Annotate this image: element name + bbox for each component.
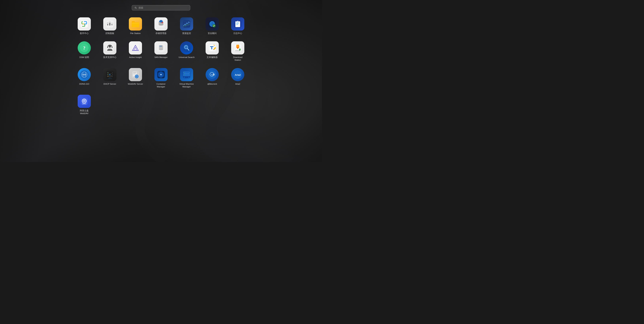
svg-text:WebDAV: WebDAV: [82, 103, 86, 104]
san-manager-icon: SAN: [154, 41, 168, 55]
apps-grid: S 套件中心: [70, 16, 252, 116]
text-editor-label: 文本编辑器: [207, 56, 218, 59]
webdav-server-icon: [129, 68, 142, 81]
app-vm-manager[interactable]: Virtual Machine Manager: [176, 67, 197, 90]
app-qbittorrent[interactable]: q B qBittorrent: [202, 67, 222, 90]
svg-text:?: ?: [83, 45, 86, 51]
log-center-label: 日志中心: [233, 32, 242, 35]
app-control-panel[interactable]: 控制面板: [100, 16, 120, 36]
ddns-go-icon: DDNS: [78, 68, 91, 81]
app-security-advisor[interactable]: 安全顾问: [202, 16, 222, 36]
security-advisor-icon: [206, 17, 219, 31]
aria2-label: Aria2: [236, 83, 240, 85]
storage-manager-icon: [154, 17, 168, 31]
svg-rect-39: [107, 47, 108, 48]
svg-rect-30: [236, 23, 239, 23]
search-icon: [134, 7, 137, 9]
svg-point-7: [107, 23, 108, 24]
control-panel-icon: [103, 17, 116, 31]
vm-manager-icon: [180, 68, 193, 81]
san-manager-label: SAN Manager: [154, 56, 168, 59]
dhcp-server-label: DHCP Server: [104, 83, 116, 85]
dsm-help-icon: ?: [78, 41, 91, 55]
app-aliyun-webdav[interactable]: WebDAV 阿里云盘 WebDAV: [74, 93, 94, 116]
svg-text:B: B: [213, 73, 214, 76]
app-download-station[interactable]: Download Station: [228, 40, 248, 63]
qbittorrent-icon: q B: [206, 68, 219, 81]
dsm-help-label: DSM 说明: [80, 56, 89, 59]
svg-rect-16: [183, 20, 190, 28]
app-universal-search[interactable]: Universal Search: [176, 40, 197, 63]
svg-text:DDNS: DDNS: [82, 74, 86, 75]
app-dsm-help[interactable]: ? DSM 说明: [74, 40, 94, 63]
security-advisor-label: 安全顾问: [208, 32, 216, 35]
storage-manager-label: 存储管理器: [156, 32, 166, 35]
support-center-label: 技术支持中心: [103, 56, 116, 59]
app-container-manager[interactable]: Container Manager: [151, 67, 171, 90]
webdav-server-label: WebDAV Server: [128, 83, 143, 85]
active-insight-icon: [129, 41, 142, 55]
file-station-icon: [129, 17, 142, 31]
svg-point-38: [108, 45, 111, 48]
svg-rect-68: [237, 45, 239, 47]
universal-search-icon: [180, 41, 193, 55]
aliyun-webdav-label: 阿里云盘 WebDAV: [76, 109, 92, 115]
app-webdav-server[interactable]: WebDAV Server: [125, 67, 146, 90]
aliyun-webdav-icon: WebDAV: [78, 95, 91, 108]
svg-rect-40: [112, 47, 112, 48]
search-input[interactable]: [138, 7, 188, 9]
svg-point-115: [184, 72, 184, 73]
file-station-label: File Station: [130, 32, 141, 35]
svg-point-85: [108, 76, 108, 77]
svg-point-15: [158, 24, 164, 26]
support-center-icon: [103, 41, 116, 55]
app-dhcp-server[interactable]: DHCP Server: [100, 67, 120, 90]
svg-text:SAN: SAN: [159, 46, 162, 47]
svg-point-88: [109, 74, 110, 75]
app-file-station[interactable]: File Station: [125, 16, 146, 36]
app-log-center[interactable]: 日志中心: [228, 16, 248, 36]
svg-rect-34: [237, 21, 239, 22]
app-active-insight[interactable]: Active Insight: [125, 40, 146, 63]
download-station-icon: [231, 41, 244, 55]
vm-manager-label: Virtual Machine Manager: [178, 83, 195, 88]
package-center-label: 套件中心: [80, 32, 89, 35]
search-bar[interactable]: [132, 5, 190, 11]
main-container: S 套件中心: [0, 0, 322, 162]
app-storage-manager[interactable]: 存储管理器: [151, 16, 171, 36]
svg-rect-32: [236, 25, 238, 25]
svg-point-131: [84, 100, 85, 102]
app-text-editor[interactable]: 文本编辑器: [202, 40, 222, 63]
svg-rect-71: [235, 51, 240, 51]
app-resource-monitor[interactable]: 资源监控: [176, 16, 197, 36]
log-center-icon: [231, 17, 244, 31]
container-manager-icon: [154, 68, 168, 81]
universal-search-label: Universal Search: [178, 56, 195, 59]
app-aria2[interactable]: Aria2 Aria2: [228, 67, 248, 90]
svg-point-116: [184, 75, 184, 75]
resource-monitor-label: 资源监控: [182, 32, 191, 35]
svg-rect-63: [212, 47, 212, 49]
app-support-center[interactable]: 技术支持中心: [100, 40, 120, 63]
svg-rect-29: [236, 22, 240, 27]
svg-text:Aria2: Aria2: [235, 74, 241, 76]
svg-rect-87: [109, 74, 112, 75]
svg-point-8: [109, 22, 110, 23]
svg-point-107: [160, 74, 162, 75]
svg-text:q: q: [211, 73, 213, 76]
active-insight-label: Active Insight: [129, 56, 142, 59]
download-station-label: Download Station: [230, 56, 246, 62]
svg-rect-62: [210, 46, 214, 47]
svg-point-53: [159, 49, 163, 50]
dhcp-server-icon: [103, 68, 116, 81]
container-manager-label: Container Manager: [153, 83, 169, 88]
svg-rect-86: [109, 72, 112, 73]
svg-point-84: [108, 74, 108, 75]
app-ddns-go[interactable]: DDNS DDNS-GO: [74, 67, 94, 90]
svg-rect-70: [240, 49, 240, 51]
app-san-manager[interactable]: SAN SAN Manager: [151, 40, 171, 63]
resource-monitor-icon: [180, 17, 193, 31]
app-package-center[interactable]: S 套件中心: [74, 16, 94, 36]
svg-rect-118: [188, 77, 189, 78]
qbittorrent-label: qBittorrent: [207, 83, 217, 85]
